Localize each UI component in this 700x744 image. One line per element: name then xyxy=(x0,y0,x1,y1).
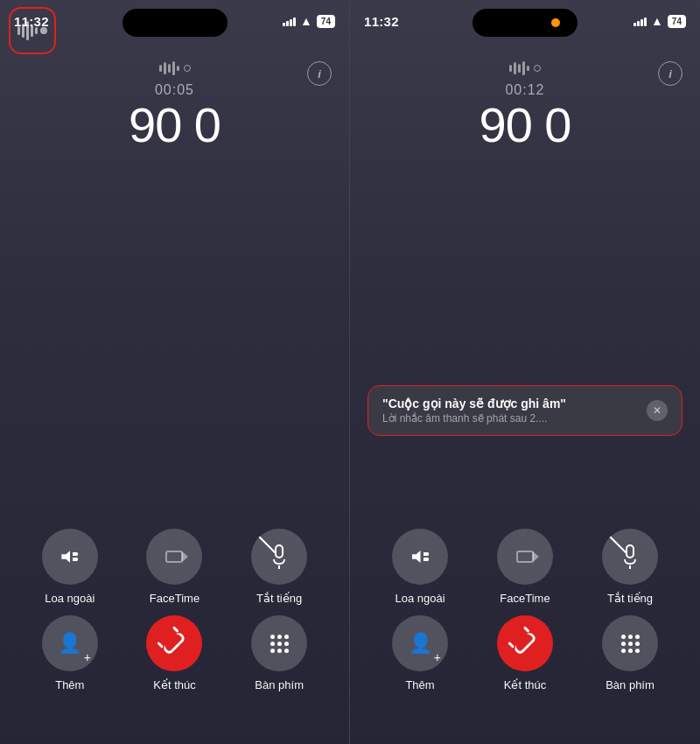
rws-bar2 xyxy=(514,62,516,74)
left-info-button[interactable]: i xyxy=(307,61,332,86)
record-indicator-small xyxy=(184,65,191,72)
left-call-contact: 90 0 xyxy=(129,98,220,152)
end-call-icon xyxy=(162,631,186,656)
right-info-button[interactable]: i xyxy=(658,61,682,86)
banner-text-block: "Cuộc gọi này sẽ được ghi âm" Lời nhắc â… xyxy=(382,397,640,425)
right-facetime-button[interactable] xyxy=(497,529,553,585)
left-dynamic-island xyxy=(122,9,228,37)
left-keypad-button[interactable] xyxy=(251,615,307,671)
close-x-icon: ✕ xyxy=(653,404,662,417)
left-phone-screen: 11:32 🔕 ▲ 74 xyxy=(0,0,350,744)
kd9 xyxy=(284,649,289,653)
right-mute-button[interactable] xyxy=(602,529,658,585)
left-add-wrap: 👤 + Thêm xyxy=(35,615,105,691)
right-add-button[interactable]: 👤 + xyxy=(392,615,448,671)
right-call-contact: 90 0 xyxy=(480,98,571,152)
spkr-wave-1 xyxy=(73,552,78,556)
right-time: 11:32 xyxy=(364,14,399,29)
orange-recording-dot xyxy=(551,18,560,27)
right-mic-status xyxy=(509,61,541,75)
mic-body xyxy=(275,544,284,558)
right-mute-slash-icon xyxy=(605,531,628,555)
banner-title: "Cuộc gọi này sẽ được ghi âm" xyxy=(382,397,640,411)
mic-stand xyxy=(273,559,285,565)
right-waveform-status xyxy=(509,61,529,75)
wf-bar-2 xyxy=(22,24,24,38)
right-end-label: Kết thúc xyxy=(504,678,546,691)
kd4 xyxy=(270,642,275,646)
mic-icon xyxy=(273,544,285,569)
right-btn-row-1: Loa ngoài FaceTime xyxy=(368,529,682,605)
record-dot xyxy=(40,27,47,34)
left-speaker-label: Loa ngoài xyxy=(45,592,94,605)
right-call-timer: 00:12 xyxy=(505,82,544,98)
right-speaker-icon xyxy=(412,551,429,563)
right-mic-icon xyxy=(624,544,636,569)
rws-bar1 xyxy=(509,65,512,72)
kd5 xyxy=(277,642,282,646)
ws-bar1 xyxy=(159,65,162,72)
spkr-wave-2 xyxy=(73,558,78,561)
keypad-icon xyxy=(270,635,289,653)
add-person-icon: 👤 xyxy=(58,632,81,655)
kd1 xyxy=(270,635,275,639)
right-keypad-wrap: Bàn phím xyxy=(595,615,665,691)
right-mute-wrap: Tắt tiếng xyxy=(595,529,665,605)
speaker-body xyxy=(61,551,70,563)
right-keypad-button[interactable] xyxy=(602,615,658,671)
left-end-wrap: Kết thúc xyxy=(139,615,209,691)
left-add-button[interactable]: 👤 + xyxy=(42,615,98,671)
left-call-timer: 00:05 xyxy=(155,82,194,98)
right-dynamic-island xyxy=(472,9,578,37)
right-add-label: Thêm xyxy=(405,678,434,691)
rkd8 xyxy=(628,649,633,653)
left-mute-button[interactable] xyxy=(251,529,307,585)
recording-notification-banner: "Cuộc gọi này sẽ được ghi âm" Lời nhắc â… xyxy=(368,385,682,436)
speaker-waves xyxy=(73,552,78,561)
right-speaker-wrap: Loa ngoài xyxy=(385,529,455,605)
right-speaker-button[interactable] xyxy=(392,529,448,585)
right-wifi-icon: ▲ xyxy=(651,14,663,28)
right-add-wrap: 👤 + Thêm xyxy=(385,615,455,691)
left-keypad-label: Bàn phím xyxy=(255,678,304,691)
right-add-person-icon: 👤 xyxy=(409,632,432,655)
rkd6 xyxy=(635,642,640,646)
right-call-info: 00:12 90 0 xyxy=(350,82,700,152)
right-spkr-wave-2 xyxy=(424,558,429,561)
speaker-icon xyxy=(61,551,78,563)
right-record-indicator xyxy=(534,65,541,72)
right-facetime-icon xyxy=(516,551,534,563)
wf-bar-3 xyxy=(26,21,29,40)
right-end-call-icon xyxy=(513,631,537,656)
right-keypad-icon xyxy=(621,635,640,653)
right-end-wrap: Kết thúc xyxy=(490,615,560,691)
right-facetime-wrap: FaceTime xyxy=(490,529,560,605)
wf-bar-5 xyxy=(35,27,38,34)
ws-bar4 xyxy=(172,61,175,75)
rkd7 xyxy=(621,649,626,653)
right-end-button[interactable] xyxy=(497,615,553,671)
left-status-icons: ▲ 74 xyxy=(283,14,335,28)
left-facetime-button[interactable] xyxy=(146,529,202,585)
rkd9 xyxy=(635,649,640,653)
left-add-label: Thêm xyxy=(55,678,84,691)
right-mute-label: Tắt tiếng xyxy=(607,592,653,605)
left-signal xyxy=(283,16,296,26)
kd3 xyxy=(284,635,289,639)
recording-indicator-box[interactable] xyxy=(9,7,56,54)
left-end-button[interactable] xyxy=(146,615,202,671)
kd7 xyxy=(270,649,275,653)
left-speaker-button[interactable] xyxy=(42,529,98,585)
rkd3 xyxy=(635,635,640,639)
left-end-label: Kết thúc xyxy=(153,678,195,691)
left-mute-label: Tắt tiếng xyxy=(256,592,302,605)
kd8 xyxy=(277,649,282,653)
right-speaker-waves xyxy=(424,552,429,561)
banner-close-button[interactable]: ✕ xyxy=(647,400,668,421)
waveform-record-icon xyxy=(18,21,47,40)
left-battery: 74 xyxy=(317,15,335,28)
waveform-status xyxy=(159,61,179,75)
left-facetime-wrap: FaceTime xyxy=(139,529,209,605)
rkd1 xyxy=(621,635,626,639)
right-add-plus-icon: + xyxy=(434,650,441,664)
